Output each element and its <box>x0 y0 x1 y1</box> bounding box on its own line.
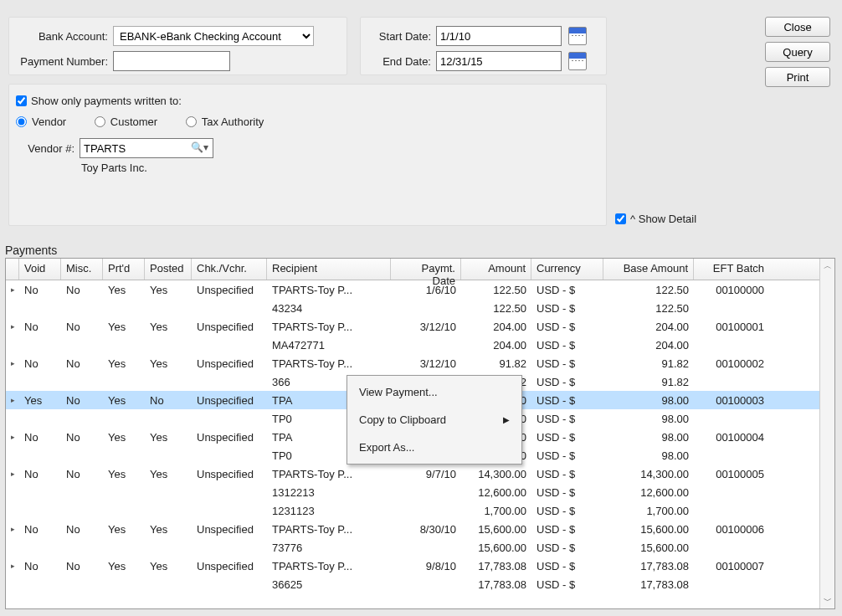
show-detail-checkbox[interactable]: ^ Show Detail <box>615 213 696 225</box>
radio-customer[interactable]: Customer <box>95 116 157 128</box>
show-only-label: Show only payments written to: <box>31 95 182 107</box>
calendar-icon[interactable] <box>568 52 587 70</box>
vendor-number-input[interactable] <box>80 138 213 158</box>
table-row[interactable]: 131221312,600.00USD - $12,600.00 <box>6 483 834 501</box>
vendor-number-label: Vendor #: <box>16 142 74 155</box>
table-row[interactable]: ▸NoNoYesYesUnspecifiedTPARTS-Toy P...9/8… <box>6 557 834 575</box>
table-row[interactable]: 7377615,600.00USD - $15,600.00 <box>6 538 834 557</box>
close-button[interactable]: Close <box>765 17 830 37</box>
menu-copy-clipboard[interactable]: Copy to Clipboard▶ <box>347 406 521 434</box>
start-date-input[interactable] <box>436 26 562 46</box>
query-button[interactable]: Query <box>765 42 830 62</box>
bank-account-label: Bank Account: <box>16 30 108 43</box>
bank-account-select[interactable]: EBANK-eBank Checking Account <box>113 26 314 46</box>
col-amount[interactable]: Amount <box>461 259 531 280</box>
radio-vendor[interactable]: Vendor <box>16 116 66 128</box>
col-paymt-date[interactable]: Paymt. Date <box>391 259 461 280</box>
table-row[interactable]: MA472771204.00USD - $204.00 <box>6 336 834 354</box>
menu-view-payment[interactable]: View Payment... <box>347 378 521 406</box>
calendar-icon[interactable] <box>568 27 587 45</box>
vertical-scrollbar[interactable]: ︿ ﹀ <box>819 259 834 608</box>
col-posted[interactable]: Posted <box>145 259 192 280</box>
end-date-label: End Date: <box>367 55 431 68</box>
col-base-amount[interactable]: Base Amount <box>603 259 694 280</box>
menu-export-as[interactable]: Export As... <box>347 434 521 461</box>
vendor-name: Toy Parts Inc. <box>81 162 599 174</box>
col-void[interactable]: Void <box>19 259 61 280</box>
payments-section-label: Payments <box>5 244 57 257</box>
col-currency[interactable]: Currency <box>531 259 603 280</box>
show-detail-label: ^ Show Detail <box>630 213 696 225</box>
scroll-down-icon[interactable]: ﹀ <box>820 593 834 608</box>
col-eft-batch[interactable]: EFT Batch <box>694 259 769 280</box>
print-button[interactable]: Print <box>765 67 830 87</box>
col-recipient[interactable]: Recipient <box>267 259 391 280</box>
table-row[interactable]: 3662517,783.08USD - $17,783.08 <box>6 575 834 593</box>
col-prtd[interactable]: Prt'd <box>103 259 145 280</box>
table-row[interactable]: ▸NoNoYesYesUnspecifiedTPARTS-Toy P...9/7… <box>6 465 834 483</box>
col-chk[interactable]: Chk./Vchr. <box>192 259 267 280</box>
table-row[interactable]: ▸NoNoYesYesUnspecifiedTPARTS-Toy P...1/6… <box>6 280 834 299</box>
table-row[interactable]: ▸NoNoYesYesUnspecifiedTPARTS-Toy P...3/1… <box>6 317 834 336</box>
scroll-up-icon[interactable]: ︿ <box>820 259 834 274</box>
radio-tax-authority[interactable]: Tax Authority <box>186 116 264 128</box>
grid-header: Void Misc. Prt'd Posted Chk./Vchr. Recip… <box>6 259 834 280</box>
table-row[interactable]: ▸NoNoYesYesUnspecifiedTPARTS-Toy P...3/1… <box>6 354 834 372</box>
chevron-right-icon: ▶ <box>503 415 510 424</box>
table-row[interactable]: ▸NoNoYesYesUnspecifiedTPARTS-Toy P...8/3… <box>6 520 834 538</box>
context-menu: View Payment... Copy to Clipboard▶ Expor… <box>347 375 522 465</box>
table-row[interactable]: 12311231,700.00USD - $1,700.00 <box>6 501 834 520</box>
payment-number-input[interactable] <box>113 51 230 71</box>
col-misc[interactable]: Misc. <box>61 259 103 280</box>
start-date-label: Start Date: <box>367 30 431 43</box>
table-row[interactable]: 43234122.50USD - $122.50 <box>6 299 834 317</box>
show-only-checkbox[interactable]: Show only payments written to: <box>16 95 182 107</box>
payment-number-label: Payment Number: <box>16 55 108 68</box>
end-date-input[interactable] <box>436 51 562 71</box>
